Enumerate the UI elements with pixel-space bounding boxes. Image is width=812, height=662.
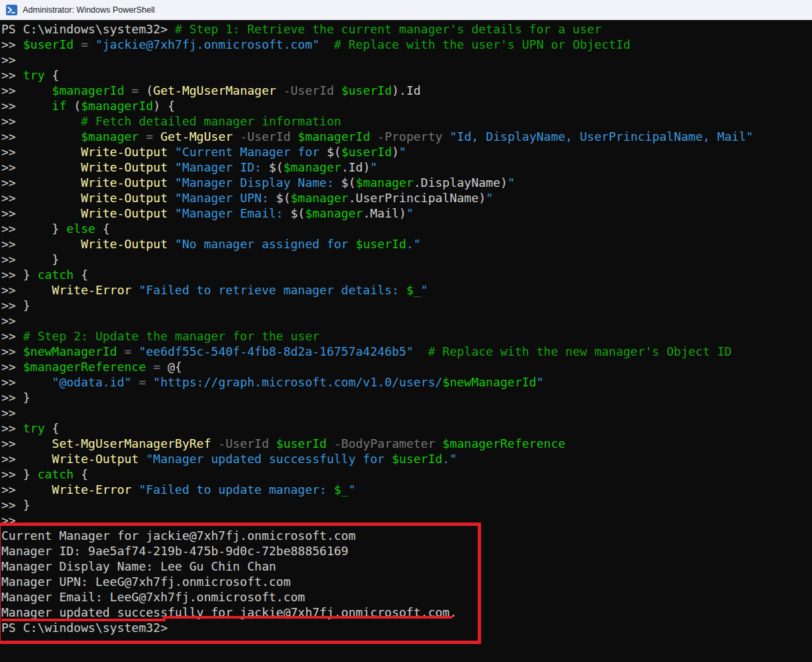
terminal-line: >> Write-Output "Manager Display Name: $… <box>1 175 812 190</box>
terminal-line: >> Write-Error "Failed to retrieve manag… <box>1 282 812 298</box>
terminal-line: >> Write-Output "Current Manager for $($… <box>1 144 812 159</box>
terminal-line: Manager Display Name: Lee Gu Chin Chan <box>1 559 812 574</box>
terminal-line: >> } <box>1 497 812 513</box>
titlebar[interactable]: Administrator: Windows PowerShell <box>0 0 812 20</box>
terminal-line: >> Write-Output "Manager Email: $($manag… <box>1 206 812 221</box>
terminal-line: >> # Fetch detailed manager information <box>1 113 812 129</box>
terminal-line: >> } else { <box>1 221 812 236</box>
window-title: Administrator: Windows PowerShell <box>23 5 155 15</box>
terminal-line: >> $managerId = (Get-MgUserManager -User… <box>1 83 812 98</box>
terminal-line: >> } catch { <box>1 267 812 282</box>
terminal-line: Manager Email: LeeG@7xh7fj.onmicrosoft.c… <box>1 589 812 605</box>
terminal-line: Manager updated successfully for jackie@… <box>1 605 812 620</box>
terminal-line: >> <box>1 405 812 420</box>
terminal-line: >> try { <box>1 67 812 83</box>
terminal-line: >> } <box>1 298 812 313</box>
terminal-line: Manager UPN: LeeG@7xh7fj.onmicrosoft.com <box>1 574 812 589</box>
terminal-line: >> "@odata.id" = "https://graph.microsof… <box>1 374 812 390</box>
terminal-line: >> Set-MgUserManagerByRef -UserId $userI… <box>1 436 812 451</box>
terminal-line: >> $userId = "jackie@7xh7fj.onmicrosoft.… <box>1 37 812 52</box>
terminal-line: >> <box>1 313 812 328</box>
terminal-line: >> } <box>1 390 812 405</box>
terminal-line: >> if ($managerId) { <box>1 98 812 113</box>
terminal-line: >> Write-Output "Manager UPN: $($manager… <box>1 190 812 206</box>
terminal-line: >> $manager = Get-MgUser -UserId $manage… <box>1 129 812 144</box>
terminal-line: >> $newManagerId = "ee6df55c-540f-4fb8-8… <box>1 344 812 359</box>
terminal[interactable]: PS C:\windows\system32> # Step 1: Retrie… <box>0 20 812 662</box>
terminal-line: >> <box>1 52 812 67</box>
powershell-icon <box>6 5 17 15</box>
terminal-line: >> # Step 2: Update the manager for the … <box>1 328 812 344</box>
terminal-line: >> try { <box>1 420 812 436</box>
terminal-line: PS C:\windows\system32> <box>1 620 812 635</box>
terminal-line: PS C:\windows\system32> # Step 1: Retrie… <box>1 21 812 37</box>
terminal-line: Manager ID: 9ae5af74-219b-475b-9d0c-72be… <box>1 543 812 559</box>
terminal-line: >> Write-Output "Manager updated success… <box>1 451 812 466</box>
terminal-line: >> $managerReference = @{ <box>1 359 812 374</box>
terminal-line: Current Manager for jackie@7xh7fj.onmicr… <box>1 528 812 543</box>
terminal-line: >> Write-Output "Manager ID: $($manager.… <box>1 159 812 175</box>
terminal-line: >> } <box>1 252 812 267</box>
terminal-line: >> <box>1 513 812 528</box>
terminal-line: >> Write-Error "Failed to update manager… <box>1 482 812 497</box>
terminal-line: >> } catch { <box>1 466 812 482</box>
terminal-line: >> Write-Output "No manager assigned for… <box>1 236 812 252</box>
